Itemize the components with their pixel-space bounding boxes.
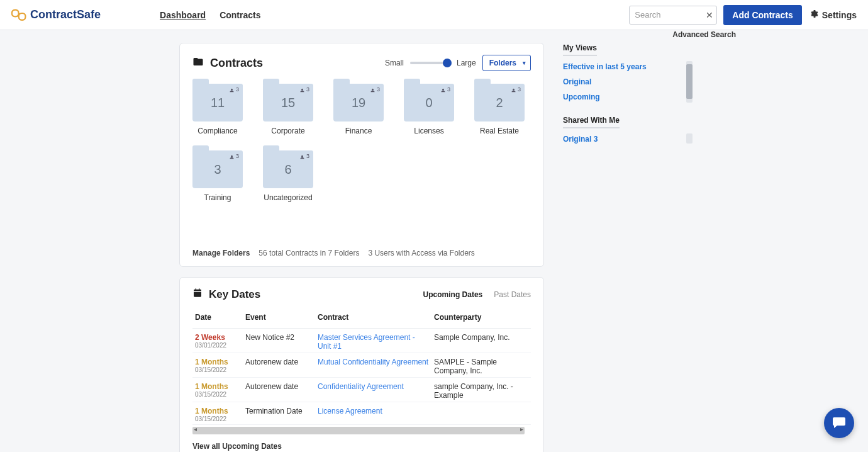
folder-tile[interactable]: 36Uncategorized <box>263 150 313 202</box>
folder-users-count: 3 <box>306 153 309 159</box>
folder-count: 0 <box>425 96 432 110</box>
saved-view-link[interactable]: Effective in last 5 years <box>563 62 689 71</box>
settings-button[interactable]: Settings <box>808 9 857 21</box>
folder-label: Training <box>204 193 231 202</box>
folder-tile[interactable]: 30Licenses <box>404 84 454 135</box>
cell-contract: License Agreement <box>315 402 431 425</box>
key-dates-card: Key Dates Upcoming Dates Past Dates Date… <box>179 277 544 452</box>
contract-link[interactable]: License Agreement <box>318 407 382 415</box>
folder-tile[interactable]: 32Real Estate <box>474 84 525 135</box>
size-large-label: Large <box>457 59 476 67</box>
folder-label: Uncategorized <box>264 193 312 202</box>
nav-contracts[interactable]: Contracts <box>220 10 260 20</box>
folder-icon: 36 <box>263 150 313 188</box>
table-row: 2 Weeks03/01/2022New Notice #2Master Ser… <box>192 329 531 353</box>
key-dates-title: Key Dates <box>209 288 260 301</box>
folder-icon: 311 <box>192 84 243 121</box>
users-icon: 3 <box>440 86 450 93</box>
calendar-icon <box>192 288 203 301</box>
view-all-upcoming-link[interactable]: View all Upcoming Dates <box>180 434 543 452</box>
contract-link[interactable]: Confidentiality Agreement <box>318 382 404 391</box>
logo-icon <box>11 8 26 23</box>
folder-tile[interactable]: 33Training <box>192 150 243 202</box>
folder-count: 15 <box>281 96 295 110</box>
my-views-list: Effective in last 5 yearsOriginalUpcomin… <box>563 62 689 101</box>
folder-users-count: 3 <box>236 86 239 93</box>
shared-view-link[interactable]: Original 3 <box>563 135 689 144</box>
folder-label: Licenses <box>414 127 443 135</box>
folder-users-count: 3 <box>447 86 450 93</box>
cell-contract: Confidentiality Agreement <box>315 378 431 402</box>
nav-dashboard[interactable]: Dashboard <box>160 10 206 20</box>
users-icon: 3 <box>511 86 521 93</box>
shared-list: Original 3 <box>563 135 689 144</box>
brand-text: ContractSafe <box>30 8 101 21</box>
contracts-summary-2: 3 Users with Access via Folders <box>368 249 474 257</box>
cell-counterparty: SAMPLE - Sample Company, Inc. <box>431 353 531 378</box>
scrollbar-icon[interactable] <box>686 133 693 144</box>
add-contracts-button[interactable]: Add Contracts <box>723 5 801 25</box>
gear-icon <box>808 9 818 21</box>
saved-view-link[interactable]: Original <box>563 77 689 86</box>
cell-date: 1 Months03/15/2022 <box>192 378 243 402</box>
folder-grid: 311Compliance315Corporate319Finance30Lic… <box>180 76 543 205</box>
users-icon: 3 <box>370 86 380 93</box>
folder-tile[interactable]: 315Corporate <box>263 84 313 135</box>
search-input[interactable] <box>629 6 717 25</box>
folder-tile[interactable]: 319Finance <box>333 84 384 135</box>
advanced-search-link[interactable]: Advanced Search <box>672 30 736 39</box>
folder-label: Compliance <box>198 127 237 135</box>
folder-count: 19 <box>352 96 365 110</box>
size-slider[interactable] <box>410 62 450 64</box>
key-dates-scroll[interactable]: Date Event Contract Counterparty 2 Weeks… <box>192 307 531 427</box>
cell-event: Autorenew date <box>243 378 315 402</box>
folder-count: 11 <box>211 96 225 110</box>
shared-title: Shared With Me <box>563 116 620 128</box>
folder-users-count: 3 <box>236 153 239 159</box>
folders-dropdown[interactable]: Folders <box>482 55 531 71</box>
folder-tile[interactable]: 311Compliance <box>192 84 243 135</box>
contracts-summary-1: 56 total Contracts in 7 Folders <box>259 249 359 257</box>
contract-link[interactable]: Master Services Agreement - Unit #1 <box>318 333 415 351</box>
horizontal-scrollbar[interactable] <box>192 427 525 434</box>
contract-link[interactable]: Mutual Confidentiality Agreement <box>318 358 428 366</box>
key-dates-table-wrap: Date Event Contract Counterparty 2 Weeks… <box>180 307 543 434</box>
chat-bubble[interactable] <box>824 408 854 438</box>
folder-icon: 30 <box>404 84 454 121</box>
folder-icon: 315 <box>263 84 313 121</box>
folder-label: Corporate <box>271 127 304 135</box>
col-counterparty: Counterparty <box>431 308 531 329</box>
table-row: 1 Months03/15/2022Autorenew dateConfiden… <box>192 378 531 402</box>
cell-contract: Mutual Confidentiality Agreement <box>315 353 431 378</box>
users-icon: 3 <box>229 153 239 159</box>
my-views-section: My Views Effective in last 5 yearsOrigin… <box>563 43 689 101</box>
tab-upcoming-dates[interactable]: Upcoming Dates <box>423 290 483 299</box>
key-dates-table: Date Event Contract Counterparty 2 Weeks… <box>192 308 531 427</box>
cell-counterparty: Sample Company, Inc. <box>431 329 531 353</box>
settings-label: Settings <box>822 10 857 20</box>
cell-event: Autorenew date <box>243 353 315 378</box>
tab-past-dates[interactable]: Past Dates <box>494 290 531 299</box>
saved-view-link[interactable]: Upcoming <box>563 93 689 101</box>
folder-label: Real Estate <box>480 127 519 135</box>
manage-folders-link[interactable]: Manage Folders <box>192 249 250 257</box>
cell-contract: Master Services Agreement - Unit #1 <box>315 329 431 353</box>
header: ContractSafe Dashboard Contracts ✕ Add C… <box>0 0 868 30</box>
cell-event: New Notice #2 <box>243 329 315 353</box>
folder-icon: 319 <box>333 84 384 121</box>
col-date: Date <box>192 308 243 329</box>
close-icon[interactable]: ✕ <box>706 10 713 20</box>
folder-icon: 32 <box>474 84 525 121</box>
users-icon: 3 <box>299 86 309 93</box>
scrollbar-icon[interactable] <box>686 61 693 103</box>
logo[interactable]: ContractSafe <box>11 8 101 23</box>
contracts-card: Contracts Small Large Folders 311Complia… <box>179 43 544 267</box>
table-row: 1 Months03/15/2022Termination DateLicens… <box>192 402 531 425</box>
folder-count: 6 <box>284 162 291 177</box>
table-row: 1 Months03/15/2022Autorenew dateMutual C… <box>192 353 531 378</box>
side-column: My Views Effective in last 5 yearsOrigin… <box>563 43 689 157</box>
folder-count: 2 <box>496 96 503 110</box>
contracts-card-footer: Manage Folders 56 total Contracts in 7 F… <box>180 205 543 266</box>
cell-date: 2 Weeks03/01/2022 <box>192 329 243 353</box>
folder-users-count: 3 <box>377 86 380 93</box>
